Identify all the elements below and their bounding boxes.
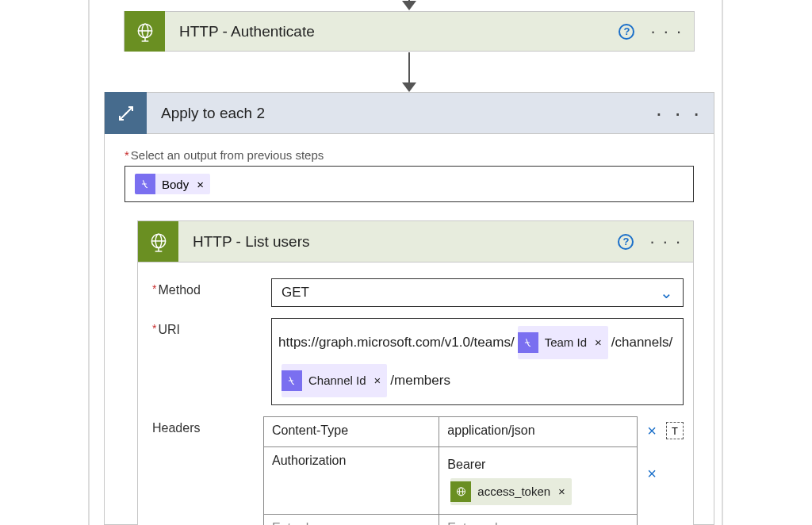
foreach-title: Apply to each 2 xyxy=(147,105,656,122)
token-body[interactable]: Body × xyxy=(135,174,210,194)
delete-header-1-icon[interactable]: × xyxy=(642,446,661,501)
globe-svg xyxy=(135,21,155,42)
delete-header-0-icon[interactable]: × xyxy=(642,416,661,445)
token-remove-icon[interactable]: × xyxy=(373,366,388,395)
switch-mode-icon[interactable]: T xyxy=(666,422,684,439)
token-remove-icon[interactable]: × xyxy=(593,328,608,357)
method-select[interactable]: GET ⌄ xyxy=(271,278,684,307)
svg-line-6 xyxy=(120,113,127,120)
help-icon[interactable]: ? xyxy=(619,24,634,40)
card-list-users-header[interactable]: HTTP - List users ? · · · xyxy=(137,220,694,262)
token-team-id[interactable]: Team Id × xyxy=(518,326,608,359)
card-auth[interactable]: HTTP - Authenticate ? · · · xyxy=(124,11,695,52)
help-icon[interactable]: ? xyxy=(618,234,634,250)
headers-table: Content-Type application/json Authorizat… xyxy=(263,416,638,525)
foreach-container: Apply to each 2 · · · *Select an output … xyxy=(104,93,714,525)
foreach-menu-icon[interactable]: · · · xyxy=(656,110,703,117)
uri-label: *URI xyxy=(152,318,271,337)
header-key-ph[interactable]: Enter key xyxy=(264,515,439,526)
fx-icon xyxy=(282,370,302,391)
card-menu-icon[interactable]: · · · xyxy=(650,29,683,35)
header-key-0[interactable]: Content-Type xyxy=(264,417,439,447)
card-auth-title: HTTP - Authenticate xyxy=(165,23,619,40)
header-val-0[interactable]: application/json xyxy=(439,417,638,447)
method-label: *Method xyxy=(152,278,271,297)
fx-icon xyxy=(518,332,538,353)
globe-icon xyxy=(450,481,471,502)
foreach-header[interactable]: Apply to each 2 · · · xyxy=(104,92,714,134)
globe-icon xyxy=(138,221,178,262)
card-list-users-title: HTTP - List users xyxy=(178,233,618,251)
loop-svg xyxy=(117,104,136,123)
token-channel-id[interactable]: Channel Id × xyxy=(282,364,387,397)
token-remove-icon[interactable]: × xyxy=(195,178,210,191)
headers-label: Headers xyxy=(152,416,263,435)
header-val-ph[interactable]: Enter value xyxy=(439,515,638,526)
method-value: GET xyxy=(282,285,309,301)
token-access-token[interactable]: access_token × xyxy=(450,478,572,505)
foreach-input[interactable]: Body × xyxy=(124,166,694,202)
uri-input[interactable]: https://graph.microsoft.com/v1.0/teams/ … xyxy=(271,318,684,405)
header-val-1[interactable]: Bearer access_token × xyxy=(439,447,638,515)
header-key-1[interactable]: Authorization xyxy=(264,447,439,515)
card-menu-icon[interactable]: · · · xyxy=(649,239,682,245)
loop-icon xyxy=(105,92,147,134)
chevron-down-icon: ⌄ xyxy=(660,283,673,302)
foreach-select-label: *Select an output from previous steps xyxy=(124,148,694,162)
fx-icon xyxy=(135,174,155,194)
globe-icon xyxy=(124,11,165,52)
token-remove-icon[interactable]: × xyxy=(557,481,572,503)
card-list-users: HTTP - List users ? · · · *Method GET ⌄ xyxy=(137,220,694,525)
